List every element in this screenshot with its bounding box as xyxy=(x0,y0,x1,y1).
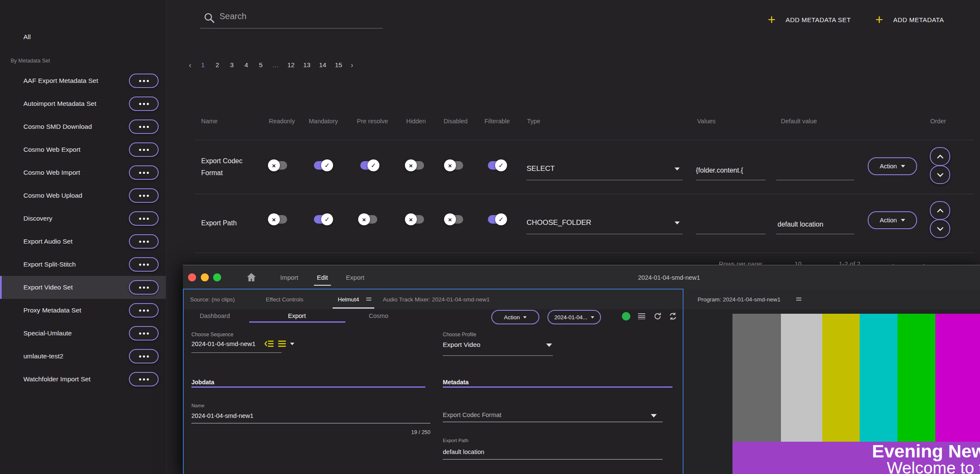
helmut-action-button[interactable]: Action xyxy=(491,310,539,324)
default-value-field[interactable]: default location xyxy=(778,221,854,228)
toggle-hidden[interactable]: × xyxy=(406,213,425,225)
panel-tab-source[interactable]: Source: (no clips) xyxy=(190,290,235,309)
item-options-button[interactable] xyxy=(129,142,159,157)
toggle-disabled[interactable]: × xyxy=(445,213,464,225)
item-options-button[interactable] xyxy=(129,280,159,295)
menu-tab-export[interactable]: Export xyxy=(338,265,372,290)
sync-icon[interactable] xyxy=(669,312,677,322)
item-options-button[interactable] xyxy=(129,326,159,341)
plus-icon: + xyxy=(875,13,883,26)
panel-tab-audio-mixer[interactable]: Audio Track Mixer: 2024-01-04-smd-new1 xyxy=(383,290,490,309)
sidebar-item[interactable]: Export Video Set xyxy=(0,276,166,299)
type-select[interactable]: SELECT xyxy=(527,165,680,173)
order-up-button[interactable] xyxy=(930,201,950,220)
toggle-readonly[interactable]: × xyxy=(269,159,288,171)
toggle-pre_resolve[interactable]: ✓ xyxy=(359,159,379,171)
home-icon[interactable] xyxy=(246,272,257,283)
sidebar-item[interactable]: Cosmo SMD Download xyxy=(0,115,166,138)
name-field-value[interactable]: 2024-01-04-smd-new1 xyxy=(191,412,254,419)
toggle-mandatory[interactable]: ✓ xyxy=(313,213,332,225)
search-field[interactable] xyxy=(200,8,383,28)
sequence-list-icon[interactable] xyxy=(278,340,286,347)
program-panel-menu-icon[interactable] xyxy=(796,290,801,309)
status-dot xyxy=(622,312,630,321)
order-up-button[interactable] xyxy=(930,147,950,166)
toggle-pre_resolve[interactable]: × xyxy=(359,213,379,225)
list-icon[interactable] xyxy=(638,313,645,319)
toggle-disabled[interactable]: × xyxy=(445,159,464,171)
sidebar-item[interactable]: Special-Umlaute xyxy=(0,322,166,345)
search-input[interactable] xyxy=(219,11,378,22)
action-button[interactable]: Action xyxy=(868,157,917,175)
page-number[interactable]: 5 xyxy=(258,61,264,69)
helmut-tab-dashboard[interactable]: Dashboard xyxy=(189,309,240,322)
page-number[interactable]: 4 xyxy=(243,61,249,69)
panel-tab-effect-controls[interactable]: Effect Controls xyxy=(266,290,303,309)
item-options-button[interactable] xyxy=(129,165,159,180)
toggle-mandatory[interactable]: ✓ xyxy=(313,159,332,171)
sidebar-all-label: All xyxy=(23,33,31,41)
item-options-button[interactable] xyxy=(129,349,159,363)
add-metadata-button[interactable]: + ADD METADATA xyxy=(875,11,944,28)
window-titlebar[interactable]: Import Edit Export 2024-01-04-smd-new1 xyxy=(183,265,980,290)
item-options-button[interactable] xyxy=(129,119,159,134)
item-options-button[interactable] xyxy=(129,74,159,88)
export-codec-format-dropdown[interactable]: Export Codec Format xyxy=(443,412,501,418)
sidebar-item[interactable]: Cosmo Web Upload xyxy=(0,184,166,207)
toggle-filterable[interactable]: ✓ xyxy=(487,213,506,225)
type-select[interactable]: CHOOSE_FOLDER xyxy=(527,219,680,227)
order-down-button[interactable] xyxy=(930,165,950,184)
chevron-down-icon[interactable] xyxy=(290,343,294,345)
item-options-button[interactable] xyxy=(129,211,159,226)
close-window-button[interactable] xyxy=(188,273,196,281)
sidebar-item[interactable]: AAF Export Metadata Set xyxy=(0,69,166,92)
page-number[interactable]: 15 xyxy=(335,61,342,69)
item-options-button[interactable] xyxy=(129,372,159,386)
insert-sequence-icon[interactable] xyxy=(265,340,274,347)
panel-tab-helmut4[interactable]: Helmut4 xyxy=(338,290,359,309)
sidebar-item[interactable]: Discovery xyxy=(0,207,166,230)
sidebar-item[interactable]: Proxy Metadata Set xyxy=(0,299,166,322)
helmut-tab-cosmo[interactable]: Cosmo xyxy=(353,309,404,322)
program-panel-title[interactable]: Program: 2024-01-04-smd-new1 xyxy=(698,290,781,309)
tab-label: Import xyxy=(280,274,299,281)
sidebar-item[interactable]: Watchfolder Import Set xyxy=(0,368,166,391)
page-number[interactable]: 12 xyxy=(288,61,295,69)
export-path-value[interactable]: default location xyxy=(443,448,484,455)
profile-value[interactable]: Export Video xyxy=(443,341,480,349)
sidebar-item[interactable]: Cosmo Web Import xyxy=(0,161,166,184)
page-number[interactable]: 1 xyxy=(200,61,206,69)
toggle-hidden[interactable]: × xyxy=(406,159,425,171)
maximize-window-button[interactable] xyxy=(213,273,221,281)
sidebar-item[interactable]: Autoimport Metadata Set xyxy=(0,92,166,115)
item-options-button[interactable] xyxy=(129,97,159,111)
helmut-tab-export[interactable]: Export xyxy=(271,309,322,322)
order-down-button[interactable] xyxy=(930,219,950,238)
item-options-button[interactable] xyxy=(129,234,159,249)
chevron-down-icon[interactable] xyxy=(651,414,657,417)
action-button[interactable]: Action xyxy=(868,211,917,229)
sidebar-item-all[interactable]: All xyxy=(0,28,166,46)
page-number[interactable]: 3 xyxy=(229,61,235,69)
toggle-filterable[interactable]: ✓ xyxy=(487,159,506,171)
add-metadata-set-button[interactable]: + ADD METADATA SET xyxy=(768,11,851,28)
chevron-down-icon[interactable] xyxy=(546,343,552,347)
pagination-prev-button[interactable]: ‹ xyxy=(189,61,191,70)
sidebar-item[interactable]: umlaute-test2 xyxy=(0,345,166,368)
sidebar-item[interactable]: Export Audio Set xyxy=(0,230,166,253)
job-select-dropdown[interactable]: 2024-01-04... xyxy=(547,310,601,324)
sidebar-item[interactable]: Cosmo Web Export xyxy=(0,138,166,161)
menu-tab-import[interactable]: Import xyxy=(272,265,306,290)
values-field[interactable]: {folder.content.{ xyxy=(696,167,765,174)
refresh-icon[interactable] xyxy=(653,312,662,322)
page-number[interactable]: 14 xyxy=(319,61,326,69)
panel-menu-icon[interactable] xyxy=(366,290,371,309)
menu-tab-edit[interactable]: Edit xyxy=(305,265,339,290)
toggle-readonly[interactable]: × xyxy=(269,213,288,225)
page-number[interactable]: 2 xyxy=(214,61,220,69)
pagination-next-button[interactable]: › xyxy=(351,61,353,70)
item-options-button[interactable] xyxy=(129,303,159,318)
page-number[interactable]: 13 xyxy=(303,61,311,69)
item-options-button[interactable] xyxy=(129,188,159,203)
minimize-window-button[interactable] xyxy=(201,273,209,281)
